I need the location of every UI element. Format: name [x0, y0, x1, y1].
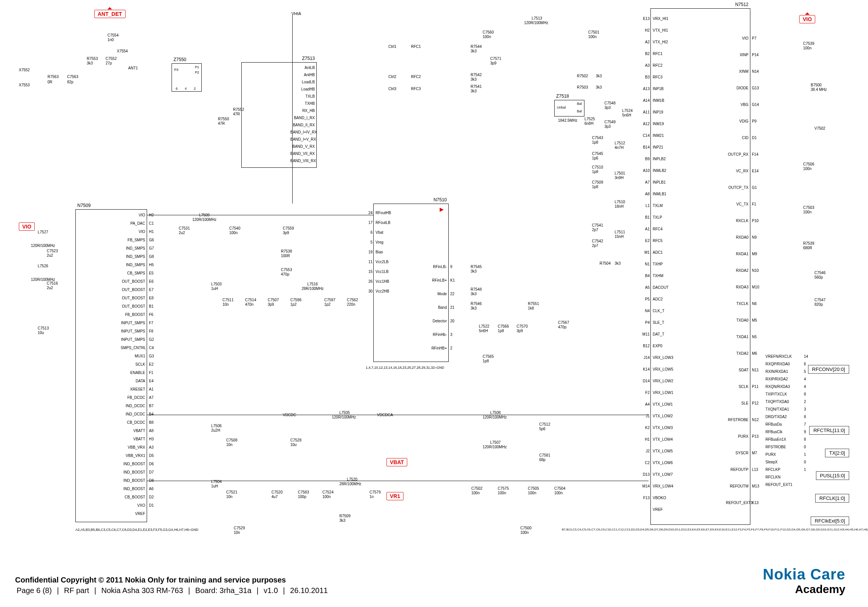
c7528-ref: C7528	[290, 438, 301, 442]
conn-x7553: X7553	[19, 83, 30, 87]
c7501-ref: C7501	[588, 30, 599, 34]
flag-vio-right: VIO	[799, 15, 815, 23]
r7538-val: 100R	[281, 254, 290, 258]
c7583-val: 100p	[298, 495, 306, 499]
footer-sep1: |	[57, 586, 59, 595]
c7559-ref: C7559	[283, 226, 294, 230]
bus-rfclkext: RFClkExt[5:0]	[811, 517, 849, 525]
r7538-ref: R7538	[281, 249, 292, 253]
footer-sep2: |	[94, 586, 96, 595]
c7502-ref: C7502	[471, 486, 482, 491]
flag-vbat: VBAT	[386, 458, 407, 466]
net-ctrl2: Ctrl2	[388, 75, 396, 79]
c7528-val: 10u	[290, 443, 297, 447]
r7546-ref: R7546	[471, 302, 482, 306]
l7510-ref: L7510	[615, 200, 625, 204]
n7510-pins-rn: 9K122212032	[450, 260, 455, 355]
c7554-val: 1n0	[107, 38, 114, 42]
logo-line2: Academy	[763, 583, 845, 596]
c7560-val: 100n	[483, 35, 491, 39]
bus-rfclk: RFCLK[1:0]	[815, 494, 849, 503]
logo-line1: Nokia Care	[763, 566, 845, 583]
c7507-ref: C7507	[268, 298, 279, 302]
c7512-val: 5p6	[539, 427, 546, 431]
c7512-ref: C7512	[539, 422, 550, 426]
c7579-val: 1n	[369, 495, 374, 499]
r7563-ref: R7563	[48, 75, 59, 79]
l7516-val: 28R/100MHz	[302, 286, 324, 291]
z7550-p1: P1	[195, 65, 199, 69]
l7505-ref: L7505	[339, 410, 350, 415]
net-ctrl3: Ctrl3	[388, 87, 396, 91]
l7504-ref: L7504	[211, 480, 222, 484]
l7526-ref: L7526	[38, 264, 48, 268]
c7502-val: 100n	[471, 491, 480, 495]
n7512-mux: VREFN/RXCLKRXQP/RXDA0RXIN/RXDA1RXIP/RXDA…	[766, 353, 793, 489]
bus-pusl: PUSL[15:0]	[816, 471, 849, 480]
footer-sep4: |	[256, 586, 258, 595]
c7543-ref: C7543	[592, 136, 603, 140]
c7553-val: 470p	[281, 272, 289, 276]
c7520-val: 4u7	[271, 495, 278, 499]
l7520-val: 28R/100MHz	[339, 482, 361, 486]
r7552-val: 47R	[233, 112, 240, 116]
c7541-ref: C7541	[592, 223, 603, 228]
c7563-ref: C7563	[67, 75, 78, 79]
bus-tx: TX[2:0]	[825, 449, 849, 457]
c7514-ref: C7514	[245, 298, 256, 302]
c7560-ref: C7560	[483, 30, 494, 34]
c7570-ref: C7570	[516, 324, 527, 328]
c7562-val: 220n	[347, 302, 355, 307]
c7565-val: 1p8	[483, 359, 489, 363]
r7545-ref: R7545	[471, 265, 482, 269]
c7523-ref: C7523	[47, 249, 58, 253]
chip-n7509-ref: N7509	[77, 203, 90, 208]
net-rfc2: RFC2	[411, 75, 421, 79]
n7510-gnd: 1,4,7,10,12,13,14,16,18,23,25,27,28,29,3…	[366, 366, 479, 370]
footer-sep3: |	[188, 586, 190, 595]
c7554-ref: C7554	[107, 33, 118, 37]
n7512-pins-rn: P7P14N14G13G14P9D1F14E14G1F1P10N9M9N10M1…	[752, 30, 759, 511]
c7506-ref: C7506	[803, 162, 814, 166]
c7545-ref: C7545	[592, 152, 603, 156]
c7579-ref: C7579	[369, 490, 380, 494]
z7513-pins: AntLBAntHBLoadLBLoadHBTXLBTXHBRX_HBBAND_…	[290, 64, 315, 164]
footer: Confidential Copyright © 2011 Nokia Only…	[15, 574, 329, 596]
c7529-ref: C7529	[234, 526, 245, 530]
footer-board: Board: 3rha_31a	[195, 586, 251, 595]
l7525-ref: L7525	[584, 117, 595, 121]
c7596-val: 1p2	[290, 302, 297, 307]
l7501-val: 3n9H	[615, 176, 624, 180]
c7546-val: 560p	[814, 275, 823, 279]
b7500-val: 38.4 MHz	[811, 87, 827, 91]
v7502-ref: V7502	[814, 126, 825, 130]
r7550-val: 47R	[218, 121, 225, 125]
r7502-ref: R7502	[577, 74, 588, 78]
c7559-val: 3p9	[283, 231, 289, 235]
r7545-val: 3k3	[471, 269, 477, 273]
conn-x7554: X7554	[117, 49, 128, 53]
c7542-val: 2p7	[592, 243, 598, 248]
z7550-p2b: 2	[194, 87, 196, 90]
c7566-val: 1p8	[498, 329, 504, 333]
l7506-ref: L7506	[211, 424, 222, 428]
flag-vio-left: VIO	[19, 223, 35, 231]
footer-copyright: Confidential Copyright © 2011 Nokia Only…	[15, 574, 329, 585]
c7501-val: 100n	[588, 35, 597, 39]
c7513-ref: C7513	[38, 326, 49, 330]
l7527-val: 120R/100MHz	[31, 243, 55, 248]
n7510-pins-ln: 2417651911152630	[364, 208, 372, 296]
footer-page: Page 6 (8)	[17, 586, 52, 595]
chip-n7510-ref: N7510	[434, 197, 447, 203]
r7548-val: 3k3	[471, 292, 477, 296]
r7541-ref: R7541	[471, 84, 482, 88]
c7505-val: 100n	[528, 491, 536, 495]
c7547-ref: C7547	[814, 298, 825, 302]
c7583-ref: C7583	[298, 490, 309, 494]
r7542-ref: R7542	[471, 73, 482, 77]
c7504-val: 100n	[554, 491, 563, 495]
l7512-val: 4n7H	[615, 146, 624, 150]
l7511-val: 15nH	[615, 234, 624, 238]
c7507-val: 3p9	[268, 302, 274, 307]
net-rfc3: RFC3	[411, 87, 421, 91]
